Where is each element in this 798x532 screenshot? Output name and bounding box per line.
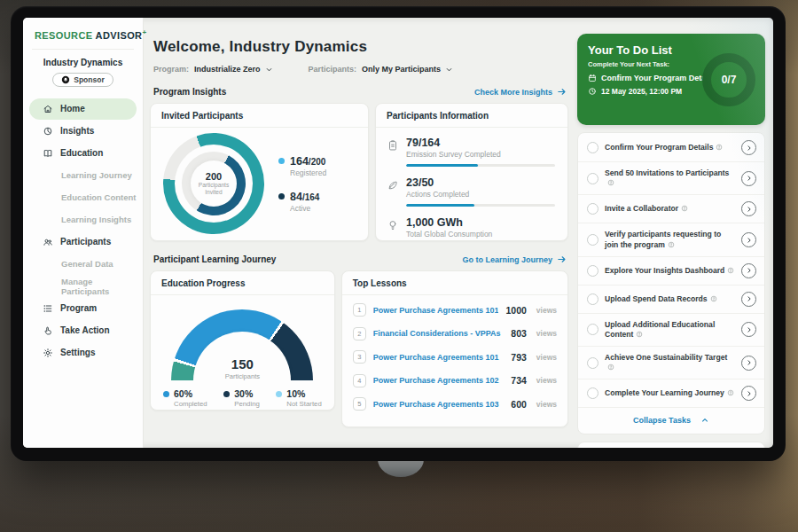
donut-center-value: 200 — [206, 171, 222, 182]
todo-task-explore-your-insights-dashboard: Explore Your Insights Dashboard — [578, 257, 764, 286]
task-label: Upload Spend Data Records — [605, 294, 735, 304]
task-checkbox[interactable] — [587, 203, 598, 215]
task-checkbox[interactable] — [587, 293, 598, 305]
task-info-icon[interactable] — [710, 295, 717, 302]
task-open-button[interactable] — [741, 232, 756, 247]
todo-task-upload-additional-educational-content: Upload Additional Educational Content — [578, 314, 764, 347]
sidebar-item-take-action[interactable]: Take Action — [29, 320, 137, 341]
sidebar-item-participants[interactable]: Participants — [29, 231, 137, 253]
progress-track — [406, 204, 555, 207]
collapse-tasks-link[interactable]: Collapse Tasks — [578, 408, 764, 430]
task-checkbox[interactable] — [587, 173, 598, 184]
sidebar-item-home[interactable]: Home — [29, 98, 137, 120]
legend-label: Not Started — [286, 400, 321, 408]
task-info-icon[interactable] — [727, 389, 734, 396]
program-dropdown[interactable]: Program: Industrialize Zero — [153, 65, 273, 74]
education-progress-title: Education Progress — [151, 271, 334, 295]
task-checkbox[interactable] — [587, 324, 598, 335]
task-open-button[interactable] — [741, 263, 756, 278]
task-checkbox[interactable] — [587, 142, 598, 153]
sidebar-item-manage-participants[interactable]: Manage Participants — [29, 276, 137, 297]
invited-participants-title: Invited Participants — [151, 104, 368, 128]
sidebar-item-general-data[interactable]: General Data — [29, 254, 137, 275]
lesson-views: 803 — [511, 328, 527, 339]
task-info-icon[interactable] — [716, 144, 723, 151]
task-info-icon[interactable] — [636, 331, 643, 338]
sidebar-item-program[interactable]: Program — [29, 298, 137, 319]
recent-news-title: Recent News — [578, 442, 764, 448]
sidebar-item-settings[interactable]: Settings — [29, 342, 137, 364]
stat-emission-survey-completed: 79/164Emission Survey Completed — [387, 137, 555, 167]
participants-label: Participants: — [309, 65, 357, 74]
task-info-icon[interactable] — [727, 267, 734, 274]
legend-dot — [278, 158, 285, 164]
sidebar-item-label: Education Content — [61, 192, 136, 202]
program-icon — [43, 303, 53, 314]
legend-label: Registered — [290, 168, 326, 177]
sidebar-item-label: Learning Journey — [61, 170, 132, 180]
lesson-link[interactable]: Power Purchase Agreements 101 — [373, 306, 499, 315]
task-open-button[interactable] — [741, 140, 756, 155]
sidebar-item-insights[interactable]: Insights — [29, 121, 137, 142]
task-info-icon[interactable] — [607, 179, 614, 186]
sidebar-item-label: Manage Participants — [61, 277, 137, 296]
legend-value: 10% — [286, 388, 305, 399]
task-checkbox[interactable] — [587, 387, 598, 399]
lesson-rank: 5 — [353, 397, 366, 411]
task-info-icon[interactable] — [607, 364, 614, 371]
lesson-link[interactable]: Power Purchase Agreements 101 — [373, 353, 505, 362]
lesson-link[interactable]: Financial Considerations - VPPAs — [373, 329, 505, 338]
logo-resource: RESOURCE — [35, 30, 93, 41]
chevron-up-icon — [700, 416, 709, 425]
sponsor-icon — [61, 75, 70, 84]
task-label: Complete Your Learning Journey — [605, 388, 735, 398]
top-lessons-title: Top Lessons — [342, 271, 567, 295]
calendar-icon — [588, 74, 597, 82]
task-open-button[interactable] — [741, 201, 756, 216]
legend-value: 84/164 — [290, 191, 319, 203]
task-open-button[interactable] — [741, 171, 756, 186]
monitor-bezel: RESOURCEADVISOR+ Industry Dynamics Spons… — [11, 6, 786, 461]
top-lessons-list: 1Power Purchase Agreements 1011000views2… — [342, 295, 567, 426]
participants-dropdown[interactable]: Participants: Only My Participants — [309, 65, 454, 74]
participants-information-title: Participants Information — [376, 104, 567, 128]
sidebar-item-label: Program — [60, 303, 97, 313]
go-to-learning-journey-link[interactable]: Go to Learning Journey — [462, 254, 567, 264]
sidebar-item-education-content[interactable]: Education Content — [29, 187, 137, 208]
todo-task-send-50-invitations-to-participants: Send 50 Invitations to Participants — [578, 162, 764, 195]
main-content: Welcome, Industry Dynamics Program: Indu… — [144, 18, 577, 448]
sidebar-item-label: General Data — [61, 259, 113, 269]
task-checkbox[interactable] — [587, 357, 598, 369]
donut-legend: 164/200Registered84/164Active — [278, 155, 326, 213]
lesson-rank: 4 — [353, 374, 366, 387]
program-label: Program: — [153, 65, 189, 74]
check-more-insights-link[interactable]: Check More Insights — [474, 87, 567, 97]
task-open-button[interactable] — [741, 322, 756, 337]
legend-dot — [278, 193, 285, 200]
sponsor-badge: Sponsor — [52, 73, 113, 87]
sidebar-item-learning-journey[interactable]: Learning Journey — [29, 165, 137, 186]
sidebar-item-education[interactable]: Education — [29, 143, 137, 164]
task-info-icon[interactable] — [668, 241, 675, 248]
lesson-row: 4Power Purchase Agreements 102734views — [353, 374, 557, 387]
lesson-views-suffix: views — [536, 376, 557, 385]
legend-label: Active — [290, 204, 326, 213]
task-open-button[interactable] — [741, 386, 756, 401]
legend-dot — [163, 391, 169, 397]
task-open-button[interactable] — [741, 292, 756, 307]
stat-label: Emission Survey Completed — [406, 150, 555, 159]
sidebar-item-learning-insights[interactable]: Learning Insights — [29, 209, 137, 231]
todo-task-list: Confirm Your Program DetailsSend 50 Invi… — [578, 134, 764, 408]
learning-journey-title: Participant Learning Journey — [153, 254, 276, 264]
legend-item-not-started: 10%Not Started — [276, 388, 321, 408]
lesson-link[interactable]: Power Purchase Agreements 102 — [373, 376, 505, 385]
task-checkbox[interactable] — [587, 265, 598, 277]
task-open-button[interactable] — [741, 356, 756, 371]
clock-icon — [588, 87, 597, 96]
arrow-right-icon — [557, 254, 567, 264]
task-label: Confirm Your Program Details — [605, 143, 735, 153]
lesson-link[interactable]: Power Purchase Agreements 103 — [373, 400, 505, 409]
task-checkbox[interactable] — [587, 234, 598, 246]
task-info-icon[interactable] — [681, 205, 688, 212]
legend-item-pending: 30%Pending — [223, 388, 260, 408]
